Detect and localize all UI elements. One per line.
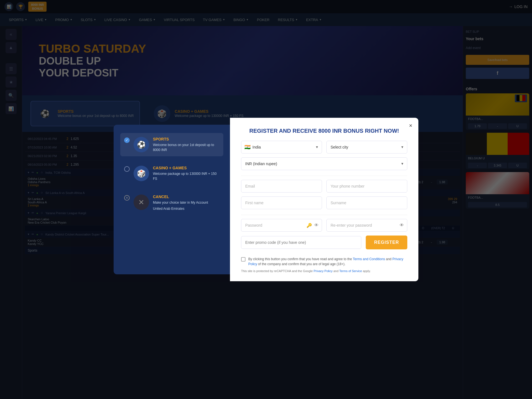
email-field (241, 180, 322, 193)
country-select[interactable]: India (241, 141, 322, 154)
casino-icon: 🎲 (134, 166, 149, 181)
sports-title: SPORTS (153, 137, 219, 141)
repassword-input[interactable] (326, 219, 407, 232)
eye-icon[interactable]: 👁 (314, 223, 319, 228)
casino-title: CASINO + GAMES (153, 166, 219, 170)
repassword-field: 👁 (326, 219, 407, 232)
modal-right-panel: × REGISTER AND RECEIVE 8000 INR BONUS RI… (230, 118, 418, 281)
terms-checkbox[interactable] (241, 257, 245, 262)
firstname-input[interactable] (241, 196, 322, 209)
firstname-field (241, 196, 322, 209)
city-select[interactable]: Select city (326, 141, 407, 154)
password-field: 🔑 👁 (241, 219, 322, 232)
terms-row: By clicking this button you confirm that… (241, 257, 407, 267)
promo-input[interactable] (241, 236, 361, 249)
bonus-casino-option[interactable]: 🎲 CASINO + GAMES Welcome package up to 1… (120, 162, 223, 185)
cancel-icon: ✕ (134, 195, 149, 210)
recaptcha-terms-link[interactable]: Terms of Service (339, 269, 362, 273)
repassword-eye-icon[interactable]: 👁 (400, 223, 404, 228)
phone-field (326, 180, 407, 193)
cancel-desc: Make your choice later in My Account (153, 200, 208, 205)
surname-input[interactable] (326, 196, 407, 209)
terms-text: By clicking this button you confirm that… (248, 257, 407, 267)
email-input[interactable] (241, 180, 322, 193)
currency-row: INR (Indian rupee) ▼ (241, 157, 407, 170)
cancel-radio[interactable] (124, 195, 130, 201)
register-button[interactable]: REGISTER (366, 236, 407, 249)
name-row (241, 196, 407, 209)
sports-desc: Welcome bonus on your 1st deposit up to … (153, 142, 219, 152)
sports-radio[interactable] (124, 137, 130, 143)
bonus-sports-option[interactable]: ⚽ SPORTS Welcome bonus on your 1st depos… (120, 133, 223, 156)
india-flag-icon: 🇮🇳 (244, 144, 250, 150)
casino-desc: Welcome package up to 130000 INR + 150 F… (153, 171, 219, 181)
modal-overlay: ⚽ SPORTS Welcome bonus on your 1st depos… (0, 0, 532, 399)
key-icon: 🔑 (306, 223, 312, 228)
casino-radio[interactable] (124, 166, 130, 172)
sports-icon: ⚽ (134, 137, 149, 152)
currency-field: INR (Indian rupee) ▼ (241, 157, 407, 170)
modal-left-panel: ⚽ SPORTS Welcome bonus on your 1st depos… (114, 125, 230, 274)
divider-2 (241, 215, 407, 215)
country-city-row: 🇮🇳 India ▼ Select city ▼ (241, 141, 407, 154)
casino-bonus-text: CASINO + GAMES Welcome package up to 130… (153, 166, 219, 181)
recaptcha-text: This site is protected by reCAPTCHA and … (241, 269, 407, 273)
password-row: 🔑 👁 👁 (241, 219, 407, 232)
divider-1 (241, 176, 407, 176)
cancel-title: CANCEL (153, 195, 208, 199)
city-field: Select city ▼ (326, 141, 407, 154)
phone-input[interactable] (326, 180, 407, 193)
terms-conditions-link[interactable]: Terms and Conditions (353, 257, 385, 261)
promo-register-row: REGISTER (241, 236, 407, 249)
bonus-cancel-option[interactable]: ✕ CANCEL Make your choice later in My Ac… (120, 191, 223, 215)
surname-field (326, 196, 407, 209)
modal-title: REGISTER AND RECEIVE 8000 INR BONUS RIGH… (241, 128, 407, 134)
currency-select[interactable]: INR (Indian rupee) (241, 157, 407, 170)
cancel-extra: United Arab Emirates (153, 206, 208, 211)
country-field: 🇮🇳 India ▼ (241, 141, 322, 154)
sports-bonus-text: SPORTS Welcome bonus on your 1st deposit… (153, 137, 219, 152)
cancel-bonus-text: CANCEL Make your choice later in My Acco… (153, 195, 208, 211)
email-phone-row (241, 180, 407, 193)
recaptcha-privacy-link[interactable]: Privacy Policy (314, 269, 332, 273)
close-button[interactable]: × (407, 122, 415, 129)
